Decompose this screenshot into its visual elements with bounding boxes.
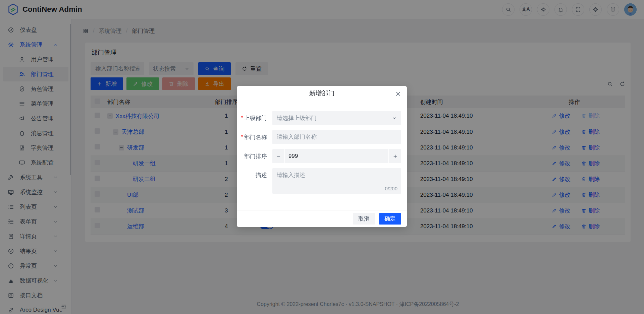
description-label: 描述 bbox=[256, 171, 267, 179]
cancel-button[interactable]: 取消 bbox=[353, 213, 375, 225]
dept-name-input[interactable] bbox=[272, 130, 401, 144]
char-counter: 0/200 bbox=[385, 186, 397, 191]
dept-name-label: 部门名称 bbox=[244, 133, 267, 141]
plus-icon bbox=[393, 154, 398, 159]
add-dept-modal: 新增部门 *上级部门 请选择上级部门 *部门名称 部门排序 bbox=[237, 86, 407, 227]
parent-dept-label: 上级部门 bbox=[244, 114, 267, 122]
modal-header: 新增部门 bbox=[237, 86, 407, 101]
dept-sort-label: 部门排序 bbox=[244, 152, 267, 160]
description-textarea[interactable] bbox=[272, 168, 401, 194]
close-icon[interactable] bbox=[395, 90, 401, 97]
modal-footer: 取消 确定 bbox=[237, 210, 407, 227]
modal-body: *上级部门 请选择上级部门 *部门名称 部门排序 bbox=[237, 101, 407, 210]
chevron-down-icon bbox=[392, 116, 397, 121]
dept-sort-input[interactable] bbox=[285, 149, 388, 163]
stepper-plus-button[interactable] bbox=[388, 149, 401, 163]
minus-icon bbox=[276, 154, 281, 159]
stepper-minus-button[interactable] bbox=[272, 149, 285, 163]
modal-title: 新增部门 bbox=[309, 89, 335, 98]
confirm-button[interactable]: 确定 bbox=[379, 213, 401, 225]
parent-dept-select[interactable]: 请选择上级部门 bbox=[272, 111, 401, 125]
dept-sort-stepper bbox=[272, 149, 401, 163]
